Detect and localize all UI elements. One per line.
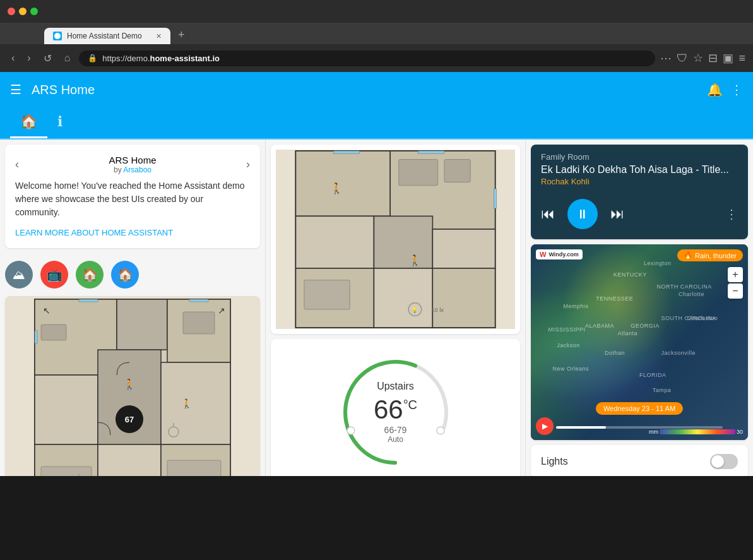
reload-button[interactable]: ↺ <box>40 50 56 67</box>
library-icon[interactable]: ⊟ <box>708 51 718 65</box>
welcome-card: ‹ ARS Home by Arsaboo › Welcome home! Yo… <box>5 145 260 248</box>
media-next-button[interactable]: ⏭ <box>610 206 624 222</box>
address-bar[interactable]: 🔒 https://demo.home-assistant.io <box>79 51 655 66</box>
thermostat-info: Upstairs 66°C 66-79 Auto <box>281 381 510 444</box>
thermostat-range: 66-79 <box>281 425 510 435</box>
media-prev-button[interactable]: ⏮ <box>541 206 555 222</box>
home-button[interactable]: ⌂ <box>61 50 74 66</box>
weather-place-jacksonville: Jacksonville <box>661 350 696 356</box>
thermostat-card: Upstairs 66°C 66-79 Auto ↻ ❄ 🔥 ⏻ <box>271 339 520 476</box>
svg-text:🚶: 🚶 <box>123 378 136 390</box>
svg-rect-9 <box>98 444 161 476</box>
security-icon: 🔒 <box>88 54 97 63</box>
maximize-window-button[interactable] <box>30 8 38 15</box>
tab-close-button[interactable]: ✕ <box>156 32 162 40</box>
weather-place-kentucky: KENTUCKY <box>614 271 647 278</box>
sidebar-icon[interactable]: ▣ <box>723 51 733 65</box>
weather-place-tampa: Tampa <box>653 387 672 393</box>
hamburger-menu-icon[interactable]: ☰ <box>10 82 21 97</box>
svg-text:🚶: 🚶 <box>181 398 193 409</box>
svg-rect-48 <box>304 280 350 309</box>
welcome-author: by Arsaboo <box>109 165 156 174</box>
new-tab-button[interactable]: + <box>173 26 190 44</box>
left-panel: ‹ ARS Home by Arsaboo › Welcome home! Yo… <box>0 140 265 476</box>
icon-home-blue[interactable]: 🏠 <box>111 261 139 289</box>
bookmark-icon[interactable]: ☆ <box>693 51 703 65</box>
learn-more-link[interactable]: LEARN MORE ABOUT HOME ASSISTANT <box>15 228 173 237</box>
svg-rect-7 <box>161 362 230 444</box>
svg-text:67: 67 <box>125 415 134 424</box>
middle-panel: 🚶 🚶 💡 10 lx <box>265 140 526 476</box>
thermostat-unit: °C <box>403 398 417 412</box>
icon-tv[interactable]: 📺 <box>40 261 68 289</box>
svg-rect-17 <box>189 299 208 302</box>
header-more-icon[interactable]: ⋮ <box>730 82 743 97</box>
weather-place-jackson: Jackson <box>557 342 580 349</box>
notification-bell-icon[interactable]: 🔔 <box>707 82 723 97</box>
minimize-window-button[interactable] <box>19 8 27 15</box>
floorplan-upper-card: 🚶 🚶 💡 10 lx <box>271 145 520 334</box>
extensions-icon[interactable]: ⋯ <box>660 51 672 65</box>
weather-place-atlanta: Atlanta <box>618 330 638 337</box>
traffic-lights <box>8 8 38 15</box>
icon-home-green[interactable]: 🏠 <box>76 261 104 289</box>
menu-icon[interactable]: ≡ <box>738 52 745 65</box>
weather-place-alabama: ALABAMA <box>585 323 614 329</box>
weather-place-lexington: Lexington <box>644 260 672 266</box>
svg-rect-49 <box>333 151 359 153</box>
media-controls: ⏮ ⏸ ⏭ ⋮ <box>531 194 748 239</box>
svg-rect-41 <box>374 216 432 268</box>
lights-card: Lights <box>531 445 748 476</box>
thermostat-inner: Upstairs 66°C 66-79 Auto ↻ ❄ 🔥 ⏻ <box>281 349 510 476</box>
thermostat-mode: Auto <box>281 435 510 444</box>
address-bar-row: ‹ › ↺ ⌂ 🔒 https://demo.home-assistant.io… <box>0 44 753 72</box>
browser-chrome: Home Assistant Demo ✕ + ‹ › ↺ ⌂ 🔒 https:… <box>0 0 753 72</box>
icon-mountain[interactable]: ⛰ <box>5 261 33 289</box>
media-more-button[interactable]: ⋮ <box>725 206 738 222</box>
browser-titlebar <box>0 0 753 23</box>
next-card-button[interactable]: › <box>246 158 250 171</box>
shield-icon[interactable]: 🛡 <box>677 52 688 65</box>
tab-info[interactable]: ℹ <box>47 107 73 138</box>
media-artist: Rochak Kohli <box>531 177 748 194</box>
author-prefix: by <box>114 165 123 174</box>
lights-toggle[interactable] <box>710 454 738 469</box>
author-link[interactable]: Arsaboo <box>123 165 151 174</box>
weather-zoom-in-button[interactable]: + <box>728 267 743 282</box>
media-room: Family Room <box>531 145 748 164</box>
svg-rect-13 <box>41 467 92 476</box>
prev-card-button[interactable]: ‹ <box>15 158 19 171</box>
svg-rect-46 <box>399 159 438 185</box>
close-window-button[interactable] <box>8 8 15 15</box>
weather-date-badge: Wednesday 23 - 11 AM <box>596 402 683 415</box>
weather-place-neworleans: New Orleans <box>552 366 589 372</box>
icon-grid: ⛰ 📺 🏠 🏠 <box>0 253 265 291</box>
thermostat-temp-display: 66°C <box>281 395 510 425</box>
browser-tab[interactable]: Home Assistant Demo ✕ <box>44 28 170 44</box>
svg-rect-47 <box>444 159 470 182</box>
app-title: ARS Home <box>32 83 697 97</box>
weather-place-charlotte: Charlotte <box>679 291 704 297</box>
weather-play-button[interactable]: ▶ <box>536 417 554 435</box>
welcome-body-text: Welcome home! You've reached the Home As… <box>15 179 250 219</box>
weather-timeline-slider[interactable] <box>556 426 723 429</box>
media-pause-button[interactable]: ⏸ <box>567 199 598 229</box>
svg-rect-15 <box>35 331 37 343</box>
back-button[interactable]: ‹ <box>8 50 18 66</box>
svg-text:10 lx: 10 lx <box>431 307 444 313</box>
weather-place-mississippi: MISSISSIPPI <box>548 326 586 333</box>
weather-slider-fill <box>556 426 606 429</box>
svg-rect-45 <box>432 268 495 328</box>
svg-rect-42 <box>432 229 495 268</box>
weather-map-card: Lexington KENTUCKY TENNESSEE NORTH CAROL… <box>531 244 748 440</box>
welcome-title: ARS Home <box>109 155 156 165</box>
svg-rect-51 <box>494 189 496 208</box>
weather-zoom-out-button[interactable]: − <box>728 283 743 299</box>
svg-rect-40 <box>295 216 374 268</box>
forward-button[interactable]: › <box>23 50 34 66</box>
weather-place-nc: NORTH CAROLINA <box>657 283 712 290</box>
media-song: Ek Ladki Ko Dekha Toh Aisa Laga - Title.… <box>531 164 748 177</box>
thermostat-temp-value: 66 <box>374 395 403 424</box>
tab-home[interactable]: 🏠 <box>10 107 47 138</box>
url-display: https://demo.home-assistant.io <box>102 54 220 63</box>
